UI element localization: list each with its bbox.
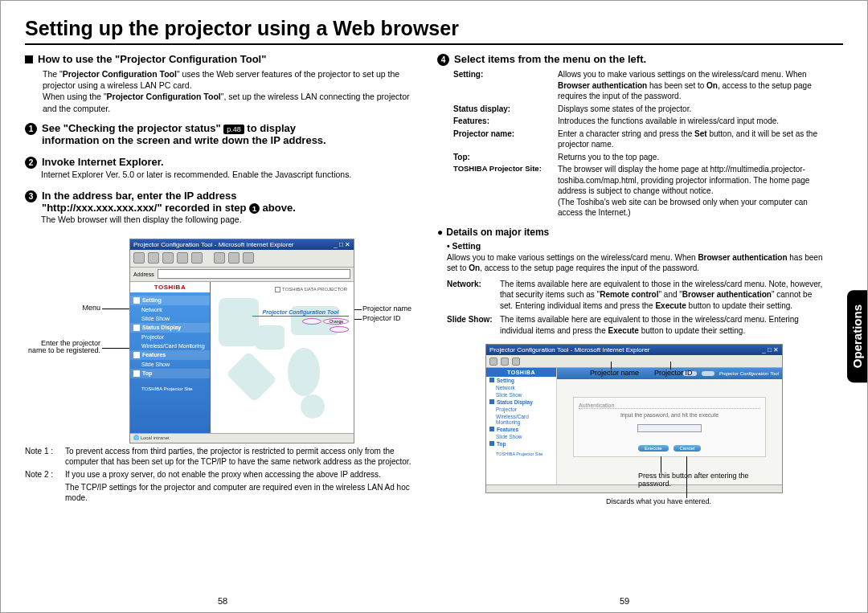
menu-network[interactable]: Network <box>130 305 210 314</box>
details-setting-head: Setting <box>447 241 827 251</box>
notes: Note 1 : To prevent access from third pa… <box>25 446 415 503</box>
def-site: TOSHIBA Projector Site: The browser will… <box>453 164 827 219</box>
stop-icon[interactable] <box>162 252 174 264</box>
menu-features[interactable]: Features <box>130 350 210 360</box>
m2-wireless[interactable]: Wireless/Card Monitoring <box>486 413 556 426</box>
menu-setting[interactable]: Setting <box>130 296 210 305</box>
address-bar: Address <box>130 268 354 282</box>
howto-heading: How to use the "Projector Configuration … <box>25 53 415 65</box>
browser-titlebar: Projector Configuration Tool - Microsoft… <box>130 239 354 250</box>
execute-button[interactable]: Execute <box>638 445 669 452</box>
number-4-icon: 4 <box>437 54 449 66</box>
menu-top[interactable]: Top <box>130 369 210 378</box>
step3-body: The Web browser will then display the fo… <box>41 214 415 225</box>
proj-name-field[interactable] <box>302 318 321 325</box>
forward-icon[interactable] <box>501 358 509 366</box>
menu-slideshow[interactable]: Slide Show <box>130 314 210 323</box>
page-ref-48: p.48 <box>223 125 244 134</box>
favorites-icon[interactable] <box>228 252 240 264</box>
number-2-icon: 2 <box>25 157 37 169</box>
browser-toolbar <box>130 250 354 268</box>
browser-window-1: Projector Configuration Tool - Microsoft… <box>129 239 354 443</box>
page-number-left: 58 <box>218 596 227 606</box>
m2-projector[interactable]: Projector <box>486 406 556 413</box>
sidebar2: TOSHIBA Setting Network Slide Show Statu… <box>486 368 557 484</box>
def-projname: Projector name: Enter a character string… <box>453 129 827 150</box>
number-3-icon: 3 <box>25 190 37 202</box>
menu-status[interactable]: Status Display <box>130 323 210 333</box>
step4-heading: 4 Select items from the menu on the left… <box>437 53 827 66</box>
def-setting: Setting: Allows you to make various sett… <box>453 69 827 102</box>
m2-site[interactable]: TOSHIBA Projector Site <box>486 451 556 457</box>
toshiba-logo: TOSHIBA <box>130 282 210 292</box>
password-input[interactable] <box>637 424 702 432</box>
details-setting-body: Allows you to make various settings on t… <box>447 252 827 274</box>
step1-heading: 1 See "Checking the projector status" p.… <box>25 122 415 146</box>
callout-proj-id: Projector ID <box>362 315 401 323</box>
auth-box: Authentication Input the password, and h… <box>573 397 766 457</box>
refresh-icon[interactable] <box>177 252 188 264</box>
m2-status[interactable]: Status Display <box>486 398 556 406</box>
callout-menu: Menu <box>25 304 100 313</box>
browser2-main: Projector Configuration Tool Authenticat… <box>557 368 782 484</box>
browser-main: TOSHIBA DATA PROJECTOR <box>211 282 354 433</box>
browser2-titlebar: Projector Configuration Tool - Microsoft… <box>486 345 782 355</box>
details-network: Network: The items available here are eq… <box>447 279 827 312</box>
note3-body: The TCP/IP settings for the projector an… <box>65 482 415 503</box>
tool-title: Projector Configuration Tool <box>252 309 349 317</box>
search-icon[interactable] <box>214 252 225 264</box>
def-status: Status display: Displays some states of … <box>453 104 827 115</box>
m2-setting[interactable]: Setting <box>486 377 556 384</box>
note2-label: Note 2 : <box>25 469 60 480</box>
number-1-icon: 1 <box>25 123 37 135</box>
callout2-projid: Projector ID <box>654 370 693 378</box>
note1-body: To prevent access from third parties, th… <box>65 446 415 467</box>
section-tab-operations: Operations <box>847 290 867 382</box>
forward-icon[interactable] <box>148 252 159 264</box>
page-number-right: 59 <box>620 596 629 606</box>
note2-body: If you use a proxy server, do not enable… <box>65 469 415 480</box>
howto-heading-text: How to use the "Projector Configuration … <box>38 53 266 65</box>
address-input[interactable] <box>158 269 350 279</box>
step2-body: Internet Explorer Ver. 5.0 or later is r… <box>41 169 415 180</box>
def-top: Top: Returns you to the top page. <box>453 152 827 163</box>
callout-press-btn: Press this button after entering the pas… <box>638 472 767 488</box>
m2-slideshow2[interactable]: Slide Show <box>486 433 556 440</box>
back-icon[interactable] <box>133 252 145 264</box>
number-1-ref-icon: 1 <box>249 203 260 214</box>
square-bullet-icon <box>25 55 33 63</box>
details-heading: Details on major items <box>437 227 827 238</box>
cancel-button[interactable]: Cancel <box>674 445 702 452</box>
home-icon[interactable] <box>191 252 203 264</box>
stop-icon[interactable] <box>512 358 520 366</box>
callout-discards: Discards what you have entered. <box>606 498 767 506</box>
auth-title: Authentication <box>579 403 760 409</box>
tool-title-2: Projector Configuration Tool <box>719 371 779 376</box>
back-icon[interactable] <box>489 358 497 366</box>
m2-network[interactable]: Network <box>486 384 556 391</box>
menu-slideshow2[interactable]: Slide Show <box>130 360 210 369</box>
topbar-projid <box>702 371 714 376</box>
m2-slideshow[interactable]: Slide Show <box>486 391 556 398</box>
menu-projector[interactable]: Projector <box>130 333 210 341</box>
def-features: Features: Introduces the functions avail… <box>453 116 827 127</box>
page-title: Setting up the projector using a Web bro… <box>25 17 843 45</box>
menu-toshiba-site[interactable]: TOSHIBA Projector Site <box>130 385 210 393</box>
menu-wireless[interactable]: Wireless/Card Monitoring <box>130 341 210 350</box>
step2-heading: 2 Invoke Internet Explorer. <box>25 156 415 169</box>
callout-proj-name: Projector name <box>362 305 411 313</box>
proj-id-field <box>330 326 349 333</box>
toshiba-logo-2: TOSHIBA <box>486 368 556 377</box>
history-icon[interactable] <box>243 252 254 264</box>
howto-body: The "Projector Configuration Tool" uses … <box>43 68 415 114</box>
set-button[interactable]: Change <box>323 318 349 325</box>
callout-enter-name: Enter the projector name to be registere… <box>25 340 100 356</box>
step3-heading: 3 In the address bar, enter the IP addre… <box>25 190 415 215</box>
m2-features[interactable]: Features <box>486 426 556 433</box>
note1-label: Note 1 : <box>25 446 60 467</box>
m2-top[interactable]: Top <box>486 440 556 447</box>
auth-prompt: Input the password, and hit the execute <box>579 412 760 418</box>
callout2-projname: Projector name <box>590 370 639 378</box>
brand-text: TOSHIBA DATA PROJECTOR <box>275 287 347 292</box>
sidebar-menu: TOSHIBA Setting Network Slide Show Statu… <box>130 282 211 433</box>
